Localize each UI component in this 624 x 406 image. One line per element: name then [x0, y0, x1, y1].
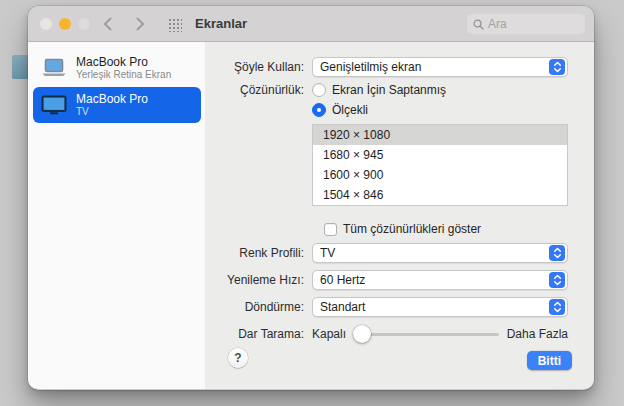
- sidebar-item-builtin-display[interactable]: MacBook Pro Yerleşik Retina Ekran: [33, 50, 201, 86]
- chevron-right-icon: [136, 17, 145, 31]
- minimize-button[interactable]: [59, 18, 71, 30]
- displays-preferences-window: Ekranlar: [28, 6, 594, 390]
- show-all-grid-icon[interactable]: [167, 17, 182, 32]
- radio-scaled[interactable]: Ölçekli: [312, 101, 446, 118]
- resolution-row: Çözünürlük: Ekran İçin Saptanmış Ölçekli: [205, 81, 568, 118]
- underscan-row: Dar Tarama: Kapalı Daha Fazla: [205, 325, 568, 343]
- stepper-icon: [549, 272, 565, 288]
- display-name: MacBook Pro: [76, 92, 148, 106]
- sidebar-item-text: MacBook Pro TV: [76, 92, 148, 118]
- color-profile-select[interactable]: TV: [312, 243, 568, 263]
- stepper-icon: [549, 299, 565, 315]
- show-all-resolutions-row[interactable]: Tüm çözünürlükleri göster: [324, 222, 594, 236]
- color-profile-label: Renk Profili:: [205, 246, 312, 260]
- rotation-label: Döndürme:: [205, 300, 312, 314]
- radio-default-for-display[interactable]: Ekran İçin Saptanmış: [312, 81, 446, 98]
- resolution-option[interactable]: 1680 × 945: [313, 145, 567, 165]
- radio-label: Ekran İçin Saptanmış: [332, 83, 446, 97]
- search-field[interactable]: [467, 14, 585, 34]
- underscan-max-label: Daha Fazla: [507, 327, 568, 341]
- stepper-icon: [549, 59, 565, 75]
- resolution-option[interactable]: 1600 × 900: [313, 165, 567, 185]
- zoom-button[interactable]: [78, 18, 90, 30]
- underscan-label: Dar Tarama:: [205, 327, 312, 341]
- back-button[interactable]: [98, 14, 116, 34]
- help-button[interactable]: ?: [228, 348, 248, 368]
- resolution-listbox: 1920 × 1080 1680 × 945 1600 × 900 1504 ×…: [312, 124, 568, 206]
- radio-off-icon: [312, 83, 326, 97]
- rotation-value: Standart: [320, 300, 549, 314]
- use-as-select[interactable]: Genişletilmiş ekran: [312, 57, 568, 77]
- use-as-row: Şöyle Kullan: Genişletilmiş ekran: [205, 57, 568, 77]
- use-as-value: Genişletilmiş ekran: [320, 60, 549, 74]
- refresh-rate-value: 60 Hertz: [320, 273, 549, 287]
- color-profile-value: TV: [320, 246, 549, 260]
- display-subtitle: TV: [76, 106, 148, 118]
- forward-button[interactable]: [131, 14, 149, 34]
- resolution-option[interactable]: 1504 × 846: [313, 185, 567, 205]
- rotation-select[interactable]: Standart: [312, 297, 568, 317]
- resolution-option[interactable]: 1920 × 1080: [313, 125, 567, 145]
- window-body: MacBook Pro Yerleşik Retina Ekran MacBoo…: [28, 42, 594, 389]
- resolution-label: Çözünürlük:: [205, 81, 312, 97]
- rotation-row: Döndürme: Standart: [205, 297, 568, 317]
- close-button[interactable]: [40, 18, 52, 30]
- slider-thumb[interactable]: [353, 325, 371, 343]
- resolution-radio-group: Ekran İçin Saptanmış Ölçekli: [312, 81, 446, 118]
- use-as-label: Şöyle Kullan:: [205, 60, 312, 74]
- refresh-rate-select[interactable]: 60 Hertz: [312, 270, 568, 290]
- underscan-slider[interactable]: [353, 325, 499, 343]
- display-subtitle: Yerleşik Retina Ekran: [76, 69, 171, 81]
- display-list-sidebar: MacBook Pro Yerleşik Retina Ekran MacBoo…: [28, 42, 205, 389]
- refresh-rate-row: Yenileme Hızı: 60 Hertz: [205, 270, 568, 290]
- search-input[interactable]: [488, 17, 579, 31]
- radio-on-icon: [312, 103, 326, 117]
- window-toolbar: Ekranlar: [28, 6, 594, 42]
- checkbox-icon[interactable]: [324, 223, 337, 236]
- stepper-icon: [549, 245, 565, 261]
- search-icon: [473, 19, 484, 30]
- done-button[interactable]: Bitti: [527, 351, 572, 370]
- radio-label: Ölçekli: [332, 103, 368, 117]
- display-settings-panel: Şöyle Kullan: Genişletilmiş ekran Çözünü…: [205, 42, 594, 389]
- display-name: MacBook Pro: [76, 55, 171, 69]
- desktop-background: ? Ekranlar: [0, 0, 624, 406]
- slider-track[interactable]: [353, 333, 499, 336]
- refresh-rate-label: Yenileme Hızı:: [205, 273, 312, 287]
- show-all-resolutions-label: Tüm çözünürlükleri göster: [343, 222, 481, 236]
- laptop-icon: [39, 58, 69, 78]
- sidebar-item-tv-display[interactable]: MacBook Pro TV: [33, 87, 201, 123]
- color-profile-row: Renk Profili: TV: [205, 243, 568, 263]
- underscan-min-label: Kapalı: [312, 327, 346, 341]
- sidebar-item-text: MacBook Pro Yerleşik Retina Ekran: [76, 55, 171, 81]
- tv-icon: [39, 95, 69, 115]
- chevron-left-icon: [103, 17, 112, 31]
- window-title: Ekranlar: [195, 16, 247, 31]
